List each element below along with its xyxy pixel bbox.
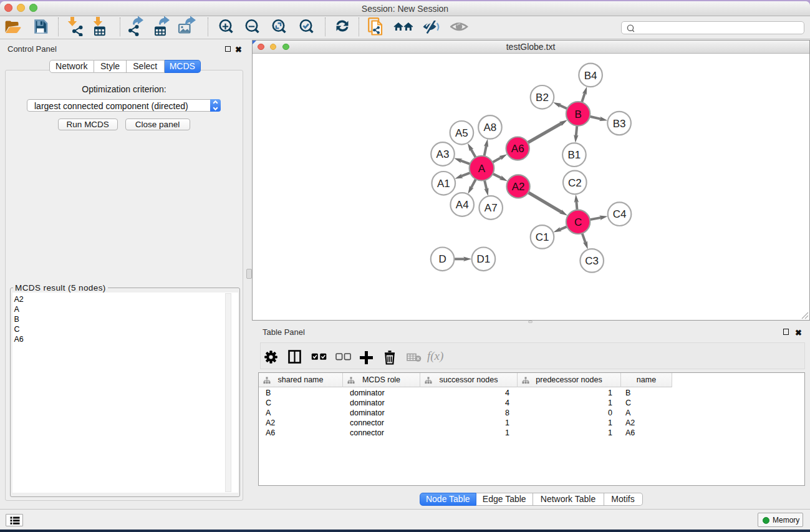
svg-text:C1: C1 xyxy=(535,231,549,243)
svg-text:A8: A8 xyxy=(483,122,496,133)
svg-text:A5: A5 xyxy=(455,127,468,139)
svg-text:B4: B4 xyxy=(584,70,597,82)
svg-text:D1: D1 xyxy=(476,253,490,265)
svg-text:D: D xyxy=(438,253,446,265)
svg-text:B3: B3 xyxy=(612,118,625,130)
svg-text:B2: B2 xyxy=(536,92,549,104)
svg-text:B: B xyxy=(574,109,581,120)
svg-text:C2: C2 xyxy=(567,177,581,189)
svg-text:C: C xyxy=(574,216,581,228)
svg-text:A: A xyxy=(478,163,485,175)
svg-text:A7: A7 xyxy=(484,202,497,214)
svg-text:A3: A3 xyxy=(436,148,449,160)
svg-text:A2: A2 xyxy=(511,181,524,193)
svg-text:B1: B1 xyxy=(567,149,581,161)
svg-text:C3: C3 xyxy=(585,255,599,267)
svg-text:A4: A4 xyxy=(455,199,468,211)
svg-text:C4: C4 xyxy=(612,208,626,220)
svg-text:A6: A6 xyxy=(511,143,524,155)
svg-text:A1: A1 xyxy=(436,178,450,190)
